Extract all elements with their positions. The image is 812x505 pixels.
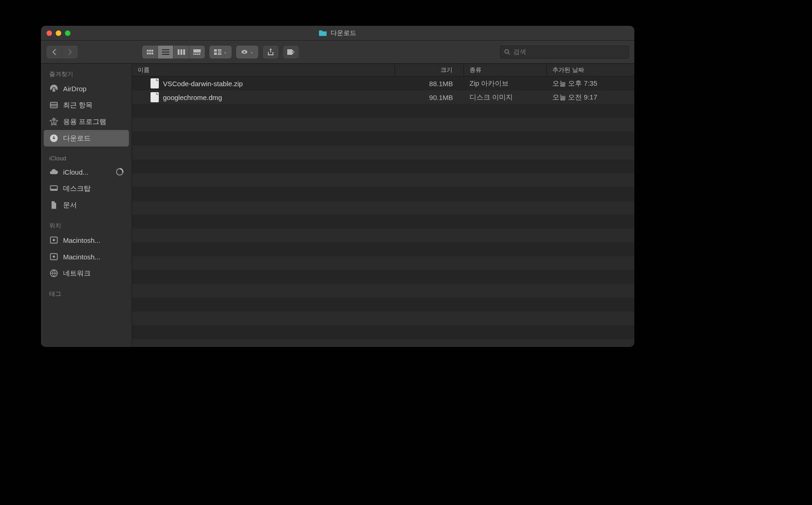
search-placeholder: 검색 (513, 48, 526, 56)
svg-rect-16 (199, 53, 200, 55)
svg-rect-17 (214, 49, 217, 52)
back-button[interactable] (46, 46, 62, 59)
file-size: 90.1MB (395, 94, 464, 101)
sidebar-item-label: AirDrop (63, 85, 87, 93)
svg-rect-9 (178, 49, 180, 55)
nav-buttons (46, 46, 78, 59)
sidebar-item-label: Macintosh... (63, 253, 100, 261)
action-button[interactable]: ⌄ (236, 46, 258, 59)
svg-rect-7 (162, 52, 169, 53)
folder-icon (319, 29, 327, 37)
sidebar-item-label: 데스크탑 (63, 184, 91, 193)
file-date: 오늘 오후 7:35 (547, 79, 634, 88)
file-row[interactable]: VSCode-darwin-stable.zip 88.1MB Zip 아카이브… (132, 76, 634, 90)
file-row[interactable]: googlechrome.dmg 90.1MB 디스크 이미지 오늘 오전 9:… (132, 90, 634, 104)
forward-button[interactable] (62, 46, 78, 59)
sidebar-item-label: iCloud... (63, 168, 88, 176)
sidebar-item-label: 최근 항목 (63, 101, 93, 110)
maximize-button[interactable] (65, 30, 70, 36)
cloud-icon (49, 167, 58, 176)
share-button[interactable] (263, 46, 278, 59)
svg-rect-19 (218, 51, 221, 52)
list-view-button[interactable] (158, 46, 174, 59)
sidebar-item-downloads[interactable]: 다운로드 (44, 130, 129, 147)
column-header-size[interactable]: 크기 (395, 64, 464, 76)
sidebar-item-label: 네트워크 (63, 269, 91, 278)
sidebar-item-network[interactable]: 네트워크 (41, 265, 132, 282)
sidebar-item-documents[interactable]: 문서 (41, 197, 132, 213)
sidebar-item-disk-1[interactable]: Macintosh... (41, 232, 132, 248)
sidebar-item-airdrop[interactable]: AirDrop (41, 80, 132, 97)
group-by-button-group: ⌄ (209, 46, 232, 59)
desktop-icon (49, 184, 58, 193)
svg-rect-29 (51, 189, 58, 190)
group-by-button[interactable]: ⌄ (209, 46, 232, 59)
svg-rect-14 (195, 53, 197, 55)
svg-rect-1 (149, 50, 151, 52)
window-title-text: 다운로드 (331, 29, 356, 37)
downloads-icon (49, 134, 58, 143)
svg-point-33 (53, 256, 55, 258)
svg-rect-11 (183, 49, 185, 55)
sidebar-item-recents[interactable]: 최근 항목 (41, 97, 132, 113)
svg-rect-6 (162, 49, 169, 50)
svg-rect-5 (151, 53, 153, 54)
sidebar-item-icloud-drive[interactable]: iCloud... (41, 164, 132, 180)
airdrop-icon (49, 84, 58, 93)
recents-icon (49, 100, 58, 110)
network-icon (49, 269, 58, 278)
gallery-view-button[interactable] (189, 46, 205, 59)
sidebar-item-desktop[interactable]: 데스크탑 (41, 180, 132, 197)
sidebar: 즐겨찾기 AirDrop 최근 항목 응용 프로그램 다운로드 iCloud (41, 64, 132, 347)
file-kind: 디스크 이미지 (464, 93, 547, 102)
sidebar-item-applications[interactable]: 응용 프로그램 (41, 113, 132, 130)
column-headers: 이름 크기 종류 추가된 날짜 (132, 64, 634, 76)
search-icon (504, 49, 510, 55)
svg-rect-10 (180, 49, 182, 55)
toolbar: ⌄ ⌄ 검색 (41, 41, 634, 64)
disk-system-icon (49, 252, 58, 261)
svg-point-31 (53, 239, 55, 241)
disk-icon (49, 235, 58, 245)
column-header-date[interactable]: 추가된 날짜 (547, 64, 634, 76)
titlebar[interactable]: 다운로드 (41, 26, 634, 41)
traffic-lights (46, 30, 70, 36)
sidebar-item-disk-2[interactable]: Macintosh... (41, 248, 132, 265)
svg-rect-23 (51, 102, 58, 108)
svg-rect-20 (214, 53, 217, 55)
sidebar-heading-locations: 위치 (41, 219, 132, 232)
sidebar-item-label: 응용 프로그램 (63, 117, 106, 126)
svg-rect-13 (193, 53, 195, 55)
zip-file-icon (151, 78, 159, 88)
svg-rect-12 (193, 49, 201, 53)
svg-rect-3 (147, 53, 149, 54)
svg-rect-2 (151, 50, 153, 52)
svg-rect-15 (197, 53, 198, 55)
svg-rect-8 (162, 54, 169, 55)
file-size: 88.1MB (395, 80, 464, 88)
svg-rect-4 (149, 53, 151, 54)
search-input[interactable]: 검색 (500, 46, 629, 59)
svg-rect-0 (147, 50, 149, 52)
window-title: 다운로드 (319, 29, 356, 37)
sidebar-item-label: 문서 (63, 201, 77, 210)
column-header-kind[interactable]: 종류 (464, 64, 547, 76)
finder-window: 다운로드 (41, 26, 634, 347)
file-name: VSCode-darwin-stable.zip (163, 80, 243, 88)
tag-button[interactable] (283, 46, 299, 59)
chevron-down-icon: ⌄ (250, 49, 254, 54)
svg-rect-22 (218, 54, 221, 55)
minimize-button[interactable] (56, 30, 61, 36)
file-list-panel: 이름 크기 종류 추가된 날짜 VSCode-darwin-stable.zip… (132, 64, 634, 347)
applications-icon (49, 117, 58, 126)
column-view-button[interactable] (174, 46, 189, 59)
column-header-name[interactable]: 이름 (132, 64, 395, 76)
icon-view-button[interactable] (142, 46, 158, 59)
file-kind: Zip 아카이브 (464, 79, 547, 88)
window-body: 즐겨찾기 AirDrop 최근 항목 응용 프로그램 다운로드 iCloud (41, 64, 634, 347)
tag-button-group (283, 46, 299, 59)
file-date: 오늘 오전 9:17 (547, 93, 634, 102)
view-mode-buttons (142, 46, 205, 59)
svg-rect-18 (218, 49, 221, 50)
close-button[interactable] (46, 30, 52, 36)
